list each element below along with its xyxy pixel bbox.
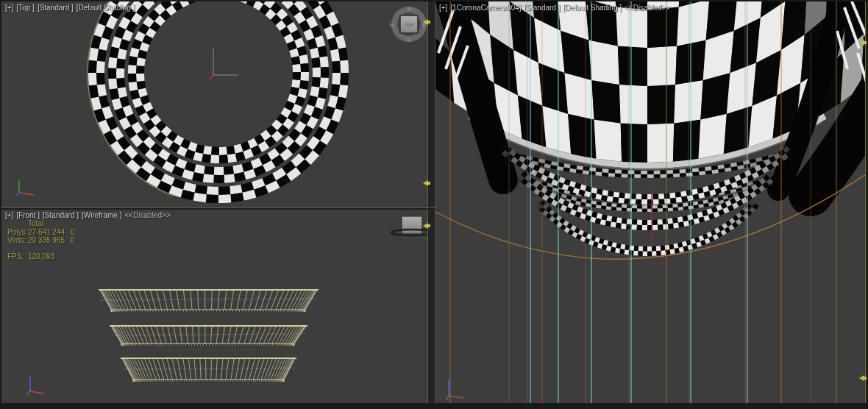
- viewport-menu-button[interactable]: [+]: [5, 4, 13, 12]
- stats-polys-extra: 0: [71, 228, 75, 236]
- splitter-marker-icon[interactable]: [423, 223, 428, 229]
- splitter-line-left: [427, 1, 428, 403]
- viewport-edge-marker-icon[interactable]: [859, 40, 864, 46]
- splitter-marker-icon[interactable]: [423, 19, 428, 25]
- stats-verts-value: 29 335 965: [28, 236, 65, 244]
- stats-total-header: Total: [28, 219, 175, 227]
- viewport-standard-label[interactable]: [Standard ]: [524, 4, 561, 12]
- viewport-menu-button[interactable]: [+]: [5, 211, 13, 219]
- viewport-shading-label[interactable]: [Wireframe ]: [82, 211, 121, 219]
- viewport-standard-label[interactable]: [Standard ]: [38, 4, 74, 12]
- viewport-shading-label[interactable]: [Default Shading ]: [563, 4, 622, 12]
- viewport-label-camera: [+][1CoronaCamera004][Standard ][Default…: [439, 4, 673, 12]
- viewport-edge-marker-icon[interactable]: [859, 375, 864, 381]
- viewport-pov-label[interactable]: [1CoronaCamera004]: [450, 4, 521, 12]
- stats-polys-label: Polys:: [7, 228, 27, 236]
- bottom-edge-strip: [0, 403, 868, 409]
- viewport-front[interactable]: [+][Front ][Standard ][Wireframe ]<<Disa…: [1, 209, 427, 403]
- viewport-pov-label[interactable]: [Front ]: [16, 211, 40, 219]
- stats-verts-row: Verts: 29 335 965 0: [7, 236, 154, 244]
- stats-fps-value: 120,093: [28, 252, 54, 260]
- stats-polys-value: 27 641 244: [28, 228, 65, 236]
- viewport-camera[interactable]: [+][1CoronaCamera004][Standard ][Default…: [435, 1, 865, 403]
- camera-view-canvas: [435, 1, 865, 403]
- viewport-pov-label[interactable]: [Top ]: [16, 4, 34, 12]
- viewport-standard-label[interactable]: [Standard ]: [43, 211, 79, 219]
- top-edge-strip: [0, 0, 868, 1]
- viewport-top[interactable]: [+][Top ][Standard ][Default Shading ]: [1, 1, 427, 207]
- splitter-line-right: [435, 0, 435, 409]
- stats-polys-row: Polys: 27 641 244 0: [7, 228, 154, 236]
- viewport-menu-button[interactable]: [+]: [439, 4, 447, 12]
- viewport-state-label: <<Disabled>>: [625, 4, 670, 12]
- viewport-shading-label[interactable]: [Default Shading ]: [77, 4, 135, 12]
- stats-fps-label: FPS:: [7, 252, 24, 260]
- left-edge-strip: [0, 0, 1, 409]
- top-view-canvas: [1, 1, 427, 207]
- max-viewport-workspace: { "viewports": { "top": { "label": {"men…: [0, 0, 868, 409]
- stats-verts-extra: 0: [71, 236, 75, 244]
- stats-fps-row: FPS: 120,093: [7, 252, 154, 260]
- splitter-horizontal[interactable]: [0, 207, 435, 210]
- viewport-label-top: [+][Top ][Standard ][Default Shading ]: [5, 4, 138, 12]
- viewport-state-label: <<Disabled>>: [124, 211, 170, 219]
- viewport-label-front: [+][Front ][Standard ][Wireframe ]<<Disa…: [5, 211, 174, 219]
- splitter-marker-icon[interactable]: [423, 180, 428, 186]
- stats-verts-label: Verts:: [7, 236, 26, 244]
